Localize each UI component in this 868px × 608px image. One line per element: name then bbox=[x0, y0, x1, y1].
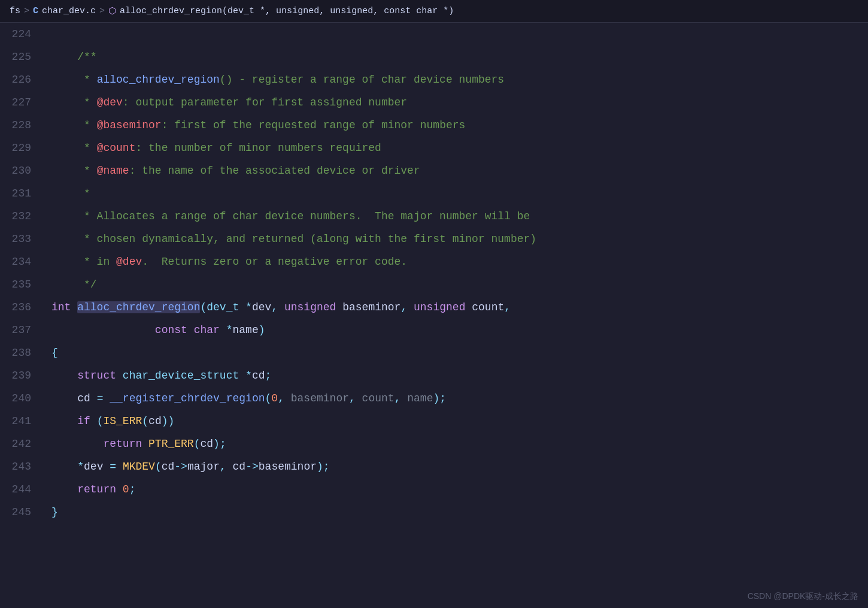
line-content-236: int alloc_chrdev_region(dev_t *dev, unsi… bbox=[49, 296, 868, 319]
line-content-237: const char *name) bbox=[49, 319, 868, 341]
code-line-228: 228 * @baseminor: first of the requested… bbox=[0, 114, 868, 137]
code-line-224: 224 bbox=[0, 23, 868, 46]
code-line-225: 225 /** bbox=[0, 46, 868, 68]
line-num-243: 243 bbox=[0, 455, 42, 478]
line-content-231: * bbox=[49, 182, 868, 205]
line-content-244: return 0; bbox=[49, 478, 868, 501]
line-num-232: 232 bbox=[0, 205, 42, 228]
line-content-227: * @dev: output parameter for first assig… bbox=[49, 91, 868, 114]
code-line-239: 239 struct char_device_struct *cd; bbox=[0, 364, 868, 387]
code-line-226: 226 * alloc_chrdev_region() - register a… bbox=[0, 68, 868, 91]
line-num-245: 245 bbox=[0, 501, 42, 524]
code-area: 224 225 /** 226 * alloc_chrdev_region() … bbox=[0, 23, 868, 608]
code-line-241: 241 if (IS_ERR(cd)) bbox=[0, 410, 868, 432]
line-num-238: 238 bbox=[0, 341, 42, 364]
line-content-233: * chosen dynamically, and returned (alon… bbox=[49, 228, 868, 250]
line-num-233: 233 bbox=[0, 228, 42, 250]
code-line-244: 244 return 0; bbox=[0, 478, 868, 501]
line-num-240: 240 bbox=[0, 387, 42, 410]
code-line-242: 242 return PTR_ERR(cd); bbox=[0, 432, 868, 455]
breadcrumb-module-icon: ⬡ bbox=[108, 5, 116, 17]
line-num-241: 241 bbox=[0, 410, 42, 432]
line-num-224: 224 bbox=[0, 23, 42, 46]
line-content-238: { bbox=[49, 341, 868, 364]
breadcrumb-sep2: > bbox=[99, 6, 105, 16]
code-line-234: 234 * in @dev. Returns zero or a negativ… bbox=[0, 250, 868, 273]
line-content-229: * @count: the number of minor numbers re… bbox=[49, 137, 868, 159]
code-line-235: 235 */ bbox=[0, 273, 868, 296]
line-content-243: *dev = MKDEV(cd->major, cd->baseminor); bbox=[49, 455, 868, 478]
code-line-238: 238 { bbox=[0, 341, 868, 364]
line-num-239: 239 bbox=[0, 364, 42, 387]
line-content-240: cd = __register_chrdev_region(0, basemin… bbox=[49, 387, 868, 410]
line-num-236: 236 bbox=[0, 296, 42, 319]
line-num-228: 228 bbox=[0, 114, 42, 137]
line-content-226: * alloc_chrdev_region() - register a ran… bbox=[49, 68, 868, 91]
code-line-236: 236 int alloc_chrdev_region(dev_t *dev, … bbox=[0, 296, 868, 319]
line-content-242: return PTR_ERR(cd); bbox=[49, 432, 868, 455]
breadcrumb-sep1: > bbox=[24, 6, 29, 16]
line-content-234: * in @dev. Returns zero or a negative er… bbox=[49, 250, 868, 273]
line-num-234: 234 bbox=[0, 250, 42, 273]
line-content-245: } bbox=[49, 501, 868, 524]
line-content-228: * @baseminor: first of the requested ran… bbox=[49, 114, 868, 137]
line-num-227: 227 bbox=[0, 91, 42, 114]
line-content-232: * Allocates a range of char device numbe… bbox=[49, 205, 868, 228]
code-line-232: 232 * Allocates a range of char device n… bbox=[0, 205, 868, 228]
breadcrumb-bar: fs > C char_dev.c > ⬡ alloc_chrdev_regio… bbox=[0, 0, 868, 23]
line-num-242: 242 bbox=[0, 432, 42, 455]
line-content-241: if (IS_ERR(cd)) bbox=[49, 410, 868, 432]
line-content-230: * @name: the name of the associated devi… bbox=[49, 159, 868, 182]
code-line-237: 237 const char *name) bbox=[0, 319, 868, 341]
line-num-229: 229 bbox=[0, 137, 42, 159]
code-line-231: 231 * bbox=[0, 182, 868, 205]
line-num-226: 226 bbox=[0, 68, 42, 91]
line-content-235: */ bbox=[49, 273, 868, 296]
code-line-227: 227 * @dev: output parameter for first a… bbox=[0, 91, 868, 114]
line-content-239: struct char_device_struct *cd; bbox=[49, 364, 868, 387]
code-line-240: 240 cd = __register_chrdev_region(0, bas… bbox=[0, 387, 868, 410]
breadcrumb-func: alloc_chrdev_region(dev_t *, unsigned, u… bbox=[120, 6, 454, 16]
line-num-225: 225 bbox=[0, 46, 42, 68]
code-line-233: 233 * chosen dynamically, and returned (… bbox=[0, 228, 868, 250]
code-line-243: 243 *dev = MKDEV(cd->major, cd->basemino… bbox=[0, 455, 868, 478]
line-num-237: 237 bbox=[0, 319, 42, 341]
breadcrumb-fs: fs bbox=[10, 6, 20, 16]
code-line-230: 230 * @name: the name of the associated … bbox=[0, 159, 868, 182]
breadcrumb-c-icon: C bbox=[33, 6, 38, 16]
code-line-229: 229 * @count: the number of minor number… bbox=[0, 137, 868, 159]
line-num-230: 230 bbox=[0, 159, 42, 182]
watermark: CSDN @DPDK驱动-成长之路 bbox=[748, 591, 858, 602]
line-num-244: 244 bbox=[0, 478, 42, 501]
line-num-231: 231 bbox=[0, 182, 42, 205]
code-line-245: 245 } bbox=[0, 501, 868, 524]
line-num-235: 235 bbox=[0, 273, 42, 296]
line-content-225: /** bbox=[49, 46, 868, 68]
breadcrumb-file: char_dev.c bbox=[42, 6, 96, 16]
